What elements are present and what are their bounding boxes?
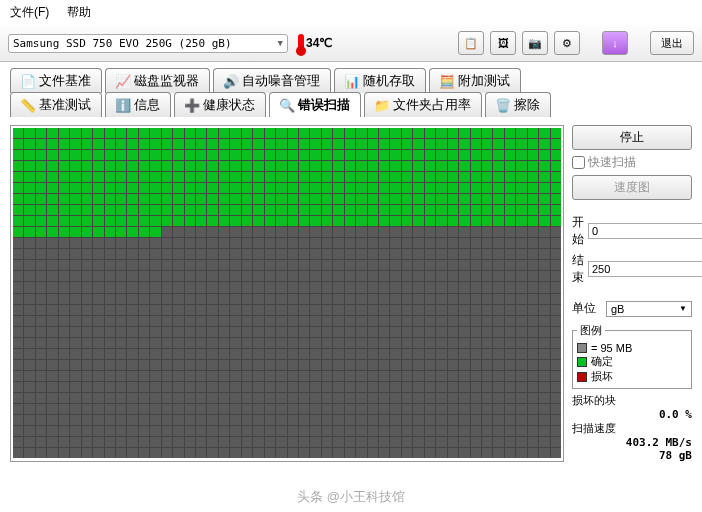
tab-label: 基准测试 xyxy=(39,96,91,114)
legend-box: 图例 = 95 MB 确定 损坏 xyxy=(572,323,692,389)
unit-label: 单位 xyxy=(572,300,602,317)
tab-label: 文件基准 xyxy=(39,72,91,90)
tab-icon: 📄 xyxy=(21,74,35,88)
tab-自动噪音管理[interactable]: 🔊自动噪音管理 xyxy=(213,68,331,93)
tab-icon: 🗑️ xyxy=(496,98,510,112)
tab-icon: 📈 xyxy=(116,74,130,88)
tab-label: 擦除 xyxy=(514,96,540,114)
tab-随机存取[interactable]: 📊随机存取 xyxy=(334,68,426,93)
tab-擦除[interactable]: 🗑️擦除 xyxy=(485,92,551,117)
thermometer-icon xyxy=(298,34,304,52)
tab-磁盘监视器[interactable]: 📈磁盘监视器 xyxy=(105,68,210,93)
speedmap-button[interactable]: 速度图 xyxy=(572,175,692,200)
start-label: 开始 xyxy=(572,214,584,248)
tab-icon: 📁 xyxy=(375,98,389,112)
tab-icon: ➕ xyxy=(185,98,199,112)
menu-file[interactable]: 文件(F) xyxy=(10,4,49,21)
tab-基准测试[interactable]: 📏基准测试 xyxy=(10,92,102,117)
ok-icon xyxy=(577,357,587,367)
quick-scan-checkbox[interactable]: 快速扫描 xyxy=(572,154,692,171)
menu-help[interactable]: 帮助 xyxy=(67,4,91,21)
drive-select[interactable]: Samsung SSD 750 EVO 250G (250 gB) ▼ xyxy=(8,34,288,53)
position-value: 78 gB xyxy=(572,449,692,462)
scan-grid xyxy=(13,128,561,458)
tab-label: 自动噪音管理 xyxy=(242,72,320,90)
tab-label: 健康状态 xyxy=(203,96,255,114)
tab-文件基准[interactable]: 📄文件基准 xyxy=(10,68,102,93)
tab-健康状态[interactable]: ➕健康状态 xyxy=(174,92,266,117)
temperature: 34℃ xyxy=(298,34,332,52)
copy-image-button[interactable]: 🖼 xyxy=(490,31,516,55)
tab-信息[interactable]: ℹ️信息 xyxy=(105,92,171,117)
scan-grid-panel xyxy=(10,125,564,462)
end-input[interactable] xyxy=(588,261,702,277)
drive-label: Samsung SSD 750 EVO 250G (250 gB) xyxy=(13,37,232,50)
tab-label: 随机存取 xyxy=(363,72,415,90)
end-label: 结束 xyxy=(572,252,584,286)
tab-label: 附加测试 xyxy=(458,72,510,90)
stop-button[interactable]: 停止 xyxy=(572,125,692,150)
settings-button[interactable]: ⚙ xyxy=(554,31,580,55)
tab-icon: 🧮 xyxy=(440,74,454,88)
exit-button[interactable]: 退出 xyxy=(650,31,694,55)
chevron-down-icon: ▼ xyxy=(278,38,283,48)
tab-icon: 📊 xyxy=(345,74,359,88)
unit-select[interactable]: gB ▼ xyxy=(606,301,692,317)
tab-icon: 🔊 xyxy=(224,74,238,88)
damaged-value: 0.0 % xyxy=(572,408,692,421)
bad-icon xyxy=(577,372,587,382)
tab-icon: 📏 xyxy=(21,98,35,112)
speed-value: 403.2 MB/s xyxy=(572,436,692,449)
tab-错误扫描[interactable]: 🔍错误扫描 xyxy=(269,92,361,117)
copy-text-button[interactable]: 📋 xyxy=(458,31,484,55)
watermark: 头条 @小王科技馆 xyxy=(297,488,405,506)
tab-icon: 🔍 xyxy=(280,98,294,112)
chevron-down-icon: ▼ xyxy=(679,304,687,313)
tab-icon: ℹ️ xyxy=(116,98,130,112)
screenshot-button[interactable]: 📷 xyxy=(522,31,548,55)
start-input[interactable] xyxy=(588,223,702,239)
tab-文件夹占用率[interactable]: 📁文件夹占用率 xyxy=(364,92,482,117)
damaged-title: 损坏的块 xyxy=(572,393,692,408)
speed-title: 扫描速度 xyxy=(572,421,692,436)
tab-label: 文件夹占用率 xyxy=(393,96,471,114)
tab-label: 信息 xyxy=(134,96,160,114)
block-icon xyxy=(577,343,587,353)
tab-label: 错误扫描 xyxy=(298,96,350,114)
tab-label: 磁盘监视器 xyxy=(134,72,199,90)
download-button[interactable]: ↓ xyxy=(602,31,628,55)
tab-附加测试[interactable]: 🧮附加测试 xyxy=(429,68,521,93)
